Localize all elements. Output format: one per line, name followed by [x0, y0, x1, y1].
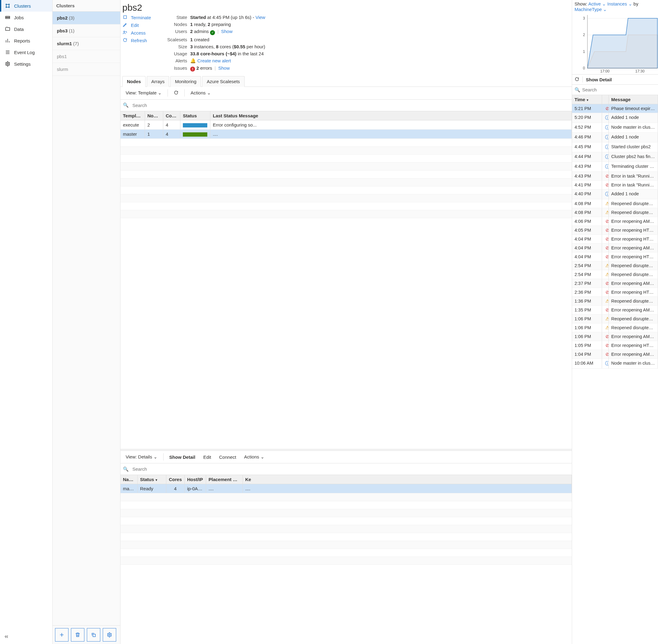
event-row[interactable]: 2:54 PM⚠Reopened disrupted HTTPS — [572, 270, 658, 279]
event-row[interactable]: 1:05 PM⊘Error reopening HTTPS tun — [572, 341, 658, 350]
show-users-link[interactable]: Show — [221, 29, 233, 34]
events-search-input[interactable] — [580, 86, 656, 94]
copy-cluster-button[interactable] — [87, 628, 100, 642]
col-last-msg[interactable]: Last Status Message — [210, 111, 572, 120]
error-icon: ⊘ — [605, 106, 609, 111]
view-state-link[interactable]: View — [255, 15, 265, 20]
tab-monitoring[interactable]: Monitoring — [170, 76, 201, 87]
event-row[interactable]: 1:06 PM⚠Reopened disrupted HTTPS — [572, 315, 658, 323]
show-filter-dropdown[interactable]: Active ⌄ — [588, 1, 606, 6]
edit-button[interactable]: Edit — [122, 22, 159, 28]
event-row[interactable]: 4:04 PM⊘Error reopening AMQP tun — [572, 244, 658, 252]
node-search-input[interactable] — [131, 101, 569, 109]
actions-dropdown[interactable]: Actions ⌄ — [187, 88, 214, 98]
nav-item-settings[interactable]: Settings — [0, 58, 52, 70]
event-row[interactable]: 1:06 PM⊘Error reopening AMQP tun — [572, 332, 658, 341]
event-row[interactable]: 4:40 PMⓘAdded 1 node — [572, 189, 658, 199]
cluster-item-slurm[interactable]: slurm — [52, 63, 120, 76]
node-template-row[interactable]: master14.... — [120, 130, 572, 139]
event-row[interactable]: 5:21 PM⊘Phase timeout expired whi — [572, 104, 658, 113]
refresh-events-button[interactable] — [574, 77, 580, 83]
terminate-button[interactable]: Terminate — [122, 15, 159, 21]
show-issues-link[interactable]: Show — [218, 65, 230, 71]
col-host[interactable]: Host/IP — [185, 475, 206, 484]
collapse-nav-button[interactable] — [0, 630, 52, 644]
instances-chart: 012317:0017:30 — [572, 14, 658, 74]
issues-rest: errors — [199, 65, 212, 71]
nav-item-data[interactable]: Data — [0, 23, 52, 35]
event-row[interactable]: 5:20 PMⓘAdded 1 node — [572, 113, 658, 123]
col-pg[interactable]: Placement Group — [206, 475, 243, 484]
col-kp[interactable]: Ke — [243, 475, 572, 484]
svg-rect-4 — [5, 16, 10, 17]
col-time[interactable]: Time — [572, 95, 602, 104]
tab-arrays[interactable]: Arrays — [147, 76, 169, 87]
connect-button[interactable]: Connect — [215, 452, 240, 462]
col-message[interactable]: Message — [609, 95, 658, 104]
error-badge-icon: ! — [190, 67, 195, 71]
reports-icon — [5, 38, 10, 43]
create-alert-link[interactable]: Create new alert — [197, 58, 231, 63]
event-row[interactable]: 1:35 PM⊘Error reopening AMQP tun — [572, 306, 658, 315]
detail-edit-button[interactable]: Edit — [200, 452, 214, 462]
event-row[interactable]: 4:52 PMⓘNode master in cluster pbs — [572, 123, 658, 133]
nav-item-event-log[interactable]: Event Log — [0, 46, 52, 58]
refresh-grid-button[interactable] — [170, 88, 182, 98]
machine-type-dropdown[interactable]: MachineType ⌄ — [574, 7, 607, 12]
show-detail-button[interactable]: Show Detail — [166, 452, 199, 462]
event-row[interactable]: 4:44 PMⓘCluster pbs2 has finished t — [572, 152, 658, 162]
event-row[interactable]: 1:06 PM⚠Reopened disrupted AMQP — [572, 323, 658, 332]
col-status[interactable]: Status — [180, 111, 210, 120]
node-template-row[interactable]: execute24Error configuring so... — [120, 120, 572, 130]
show-group-dropdown[interactable]: Instances ⌄ — [607, 1, 632, 6]
nav-item-jobs[interactable]: Jobs — [0, 12, 52, 23]
col-name[interactable]: Name — [120, 475, 138, 484]
refresh-button[interactable]: Refresh — [122, 38, 159, 43]
event-row[interactable]: 10:06 AMⓘNode master in cluster pbs — [572, 359, 658, 369]
cluster-item-slurm1[interactable]: slurm1 (7) — [52, 37, 120, 50]
svg-text:0: 0 — [583, 66, 585, 70]
cluster-settings-button[interactable] — [103, 628, 116, 642]
event-row[interactable]: 4:04 PM⊘Error reopening HTTPS tun — [572, 252, 658, 261]
view-template-dropdown[interactable]: View: Template ⌄ — [122, 88, 165, 98]
col-dcores[interactable]: Cores — [166, 475, 185, 484]
show-detail-events-button[interactable]: Show Detail — [586, 77, 612, 82]
event-row[interactable]: 2:54 PM⚠Reopened disrupted AMQP — [572, 261, 658, 270]
col-template[interactable]: Template — [120, 111, 145, 120]
event-row[interactable]: 4:04 PM⊘Error reopening HTTPS tun — [572, 235, 658, 244]
event-row[interactable]: 4:45 PMⓘStarted cluster pbs2 — [572, 142, 658, 152]
event-row[interactable]: 1:36 PM⚠Reopened disrupted AMQP — [572, 297, 658, 306]
event-row[interactable]: 4:08 PM⚠Reopened disrupted AMQP — [572, 208, 658, 217]
add-cluster-button[interactable] — [55, 628, 68, 642]
event-row[interactable]: 4:43 PMⓘTerminating cluster pbs2 — [572, 162, 658, 172]
cluster-item-pbs2[interactable]: pbs2 (3) — [52, 12, 120, 24]
event-row[interactable]: 4:41 PM⊘Error in task "Running phas — [572, 181, 658, 189]
event-row[interactable]: 2:37 PM⊘Error reopening AMQP tun — [572, 279, 658, 288]
event-row[interactable]: 2:36 PM⊘Error reopening HTTPS tun — [572, 288, 658, 297]
svg-point-6 — [7, 63, 8, 65]
event-row[interactable]: 4:05 PM⊘Error reopening HTTPS tun — [572, 226, 658, 235]
col-cores[interactable]: Cores — [163, 111, 180, 120]
col-nodes[interactable]: Nodes — [145, 111, 163, 120]
nav-item-clusters[interactable]: Clusters — [0, 0, 52, 12]
nav-item-reports[interactable]: Reports — [0, 35, 52, 46]
cluster-item-pbs3[interactable]: pbs3 (1) — [52, 24, 120, 37]
event-row[interactable]: 4:08 PM⚠Reopened disrupted HTTPS — [572, 199, 658, 208]
event-row[interactable]: 4:43 PM⊘Error in task "Running phas — [572, 172, 658, 181]
tab-azure-scalesets[interactable]: Azure Scalesets — [202, 76, 244, 87]
tab-nodes[interactable]: Nodes — [122, 76, 145, 87]
view-details-dropdown[interactable]: View: Details ⌄ — [122, 452, 161, 462]
delete-cluster-button[interactable] — [71, 628, 84, 642]
event-row[interactable]: 4:06 PM⊘Error reopening AMQP tun — [572, 217, 658, 226]
access-button[interactable]: Access — [122, 30, 159, 36]
event-row[interactable]: 4:46 PMⓘAdded 1 node — [572, 133, 658, 142]
node-detail-row[interactable]: masterReady4ip-0A0........... — [120, 484, 572, 493]
nodes-rest1: ready, — [192, 22, 208, 27]
detail-search-input[interactable] — [131, 465, 569, 473]
svg-text:1: 1 — [583, 49, 585, 54]
col-dstatus[interactable]: Status — [138, 475, 166, 484]
error-icon: ⊘ — [605, 228, 609, 233]
detail-actions-dropdown[interactable]: Actions ⌄ — [241, 452, 268, 462]
event-row[interactable]: 1:04 PM⊘Error reopening AMQP tun — [572, 350, 658, 359]
cluster-item-pbs1[interactable]: pbs1 — [52, 50, 120, 63]
